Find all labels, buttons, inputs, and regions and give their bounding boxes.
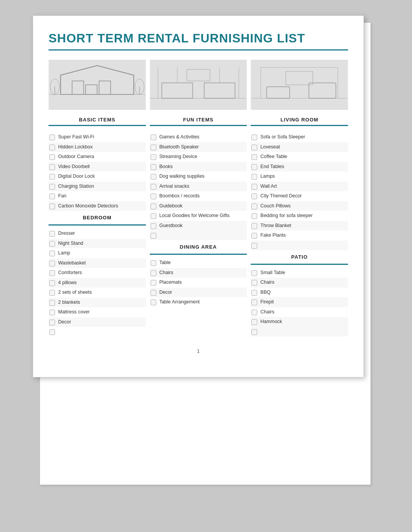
checkbox[interactable]	[49, 154, 55, 160]
checkbox[interactable]	[251, 135, 257, 140]
list-item: Dresser	[49, 229, 146, 239]
checkbox[interactable]	[251, 184, 257, 190]
empty-checkbox-3[interactable]	[251, 243, 257, 249]
page-number: 1	[49, 348, 348, 354]
checkbox[interactable]	[49, 184, 55, 190]
checkbox[interactable]	[151, 213, 156, 219]
checkbox[interactable]	[251, 223, 257, 229]
front-page: SHORT TERM RENTAL FURNISHING LIST	[33, 15, 364, 377]
checkbox[interactable]	[49, 164, 55, 170]
checkbox[interactable]	[251, 204, 257, 209]
list-item: Hidden Lockbox	[49, 142, 146, 152]
item-text: Video Doorbell	[58, 163, 90, 170]
checkbox[interactable]	[151, 184, 156, 190]
item-text: Outdoor Camera	[58, 153, 94, 160]
checkbox[interactable]	[49, 204, 55, 209]
checkbox[interactable]	[151, 174, 156, 180]
list-item: End Tables	[251, 162, 348, 172]
sketch-2	[150, 60, 247, 110]
checkbox[interactable]	[151, 223, 156, 229]
checkbox[interactable]	[151, 145, 156, 150]
checkbox[interactable]	[49, 310, 55, 315]
checkbox[interactable]	[251, 290, 257, 296]
checkbox[interactable]	[251, 194, 257, 199]
list-item: Carbon Monoxide Detectors	[49, 201, 146, 211]
checkbox[interactable]	[49, 241, 55, 247]
checkbox[interactable]	[49, 270, 55, 276]
checkbox[interactable]	[49, 174, 55, 180]
checkbox[interactable]	[251, 280, 257, 286]
checkbox[interactable]	[251, 174, 257, 180]
patio-extra-checkbox	[251, 327, 348, 337]
checkbox[interactable]	[49, 251, 55, 256]
checkbox[interactable]	[151, 135, 156, 140]
checkbox[interactable]	[151, 280, 156, 286]
checkbox[interactable]	[251, 213, 257, 219]
item-text: Firepit	[260, 299, 274, 306]
living-items-list: Sofa or Sofa SleeperLoveseatCoffee Table…	[251, 132, 348, 241]
list-item: 2 blankets	[49, 298, 146, 308]
item-text: Table Arrangement	[159, 299, 200, 306]
list-item: Lamp	[49, 248, 146, 258]
checkbox[interactable]	[49, 290, 55, 296]
checkbox[interactable]	[49, 135, 55, 140]
checkbox[interactable]	[151, 270, 156, 276]
checkbox[interactable]	[251, 310, 257, 315]
item-text: Table	[159, 259, 171, 266]
checkbox[interactable]	[251, 319, 257, 325]
item-text: Chairs	[260, 309, 274, 316]
list-item: Chairs	[251, 278, 348, 288]
checkbox[interactable]	[49, 320, 55, 325]
item-text: Comforters	[58, 269, 82, 276]
item-text: Lamps	[260, 173, 275, 180]
item-text: Fake Plants	[260, 232, 286, 239]
checkbox[interactable]	[151, 154, 156, 160]
item-text: Small Table	[260, 269, 285, 276]
col-header-fun: FUN ITEMS	[150, 117, 247, 126]
checkbox[interactable]	[251, 270, 257, 276]
empty-checkbox-4[interactable]	[251, 329, 257, 335]
checkbox[interactable]	[151, 164, 156, 170]
list-item: Table	[150, 258, 247, 268]
item-text: Coffee Table	[260, 153, 287, 160]
list-item: Loveseat	[251, 142, 348, 152]
checkbox[interactable]	[151, 194, 156, 199]
main-grid: Super Fast Wi-FiHidden LockboxOutdoor Ca…	[49, 132, 348, 337]
item-text: Dresser	[58, 230, 75, 237]
empty-checkbox[interactable]	[49, 329, 55, 335]
item-text: Wall Art	[260, 183, 277, 190]
list-item: Streaming Device	[150, 152, 247, 162]
item-text: Sofa or Sofa Sleeper	[260, 134, 305, 141]
checkbox[interactable]	[49, 194, 55, 199]
basic-items-list: Super Fast Wi-FiHidden LockboxOutdoor Ca…	[49, 132, 146, 211]
list-item: Bedding for sofa sleeper	[251, 211, 348, 221]
list-item: Super Fast Wi-Fi	[49, 132, 146, 142]
list-item: Hammock	[251, 317, 348, 327]
checkbox[interactable]	[49, 231, 55, 237]
item-text: Mattress cover	[58, 309, 90, 316]
bedroom-label: BEDROOM	[49, 211, 146, 223]
item-text: Lamp	[58, 250, 70, 257]
list-item: Books	[150, 162, 247, 172]
item-text: Boombox / records	[159, 193, 200, 200]
list-item: Comforters	[49, 268, 146, 278]
item-text: Hidden Lockbox	[58, 144, 93, 151]
checkbox[interactable]	[251, 154, 257, 160]
checkbox[interactable]	[151, 260, 156, 266]
checkbox[interactable]	[251, 233, 257, 239]
checkbox[interactable]	[49, 261, 55, 266]
checkbox[interactable]	[251, 300, 257, 305]
sketch-3	[251, 60, 348, 110]
checkbox[interactable]	[49, 280, 55, 286]
checkbox[interactable]	[151, 300, 156, 305]
list-item: 2 sets of sheets	[49, 288, 146, 298]
checkbox[interactable]	[151, 290, 156, 296]
checkbox[interactable]	[251, 145, 257, 150]
checkbox[interactable]	[49, 145, 55, 150]
empty-checkbox-2[interactable]	[151, 233, 156, 239]
item-text: Hammock	[260, 318, 282, 325]
col-header-living: LIVING ROOM	[251, 117, 348, 126]
checkbox[interactable]	[151, 204, 156, 209]
checkbox[interactable]	[251, 164, 257, 170]
checkbox[interactable]	[49, 300, 55, 306]
